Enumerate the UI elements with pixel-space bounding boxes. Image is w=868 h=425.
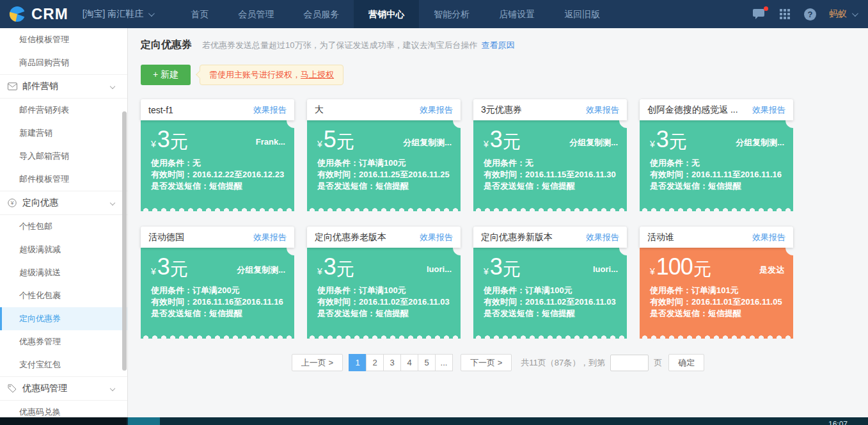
coupon-amount: ¥3元 xyxy=(484,128,521,151)
taskbar-clock[interactable]: 16:07 xyxy=(828,420,848,425)
page-ellipsis[interactable]: ... xyxy=(435,354,453,371)
coupon-card: 定向优惠券老版本 效果报告 ¥3元 luori... 使用条件：订单满100元 … xyxy=(307,227,461,339)
sidebar-item-personal-shipping[interactable]: 个性包邮 xyxy=(0,215,127,238)
page-number-1[interactable]: 1 xyxy=(349,354,367,371)
auth-tooltip: 需使用主账号进行授权，马上授权 xyxy=(200,65,343,85)
coupon-card: 3元优惠券 效果报告 ¥3元 分组复制测... 使用条件：无 有效时间：2016… xyxy=(473,99,627,211)
page-number-5[interactable]: 5 xyxy=(418,354,436,371)
view-reason-link[interactable]: 查看原因 xyxy=(481,40,514,51)
chevron-down-icon xyxy=(110,200,115,205)
sidebar-item-super-discount[interactable]: 超级满就减 xyxy=(0,238,127,261)
report-link[interactable]: 效果报告 xyxy=(586,232,619,243)
sidebar-group-promo-codes[interactable]: 优惠码管理 xyxy=(0,376,127,401)
coupon-tag: 分组复制测... xyxy=(569,137,618,148)
chevron-down-icon xyxy=(148,10,155,17)
help-icon[interactable]: ? xyxy=(804,8,816,20)
main-nav: 首页 会员管理 会员服务 营销中心 智能分析 店铺设置 返回旧版 xyxy=(176,0,615,28)
coupon-details: 使用条件：订单满200元 有效时间：2016.11.16至2016.11.16 … xyxy=(151,285,285,319)
shop-name: [淘宝] 南汇鞋庄 xyxy=(83,8,144,20)
crm-logo[interactable]: CRM xyxy=(0,5,68,23)
sidebar-item-promo-code-redeem[interactable]: 优惠码兑换 xyxy=(0,401,127,417)
page: CRM [淘宝] 南汇鞋庄 首页 会员管理 会员服务 营销中心 智能分析 店铺设… xyxy=(0,0,868,425)
nav-item-marketing-center[interactable]: 营销中心 xyxy=(354,0,419,28)
sidebar-item-email-templates[interactable]: 邮件模板管理 xyxy=(0,168,127,191)
coupon-name: 创阿金德搜的感觉返 ... xyxy=(647,104,738,116)
coupon-tag: 分组复制测... xyxy=(403,137,452,148)
coupon-name: 3元优惠券 xyxy=(481,104,522,116)
prev-page-button[interactable]: 上一页 > xyxy=(292,354,343,371)
svg-text:¥: ¥ xyxy=(10,200,14,206)
report-link[interactable]: 效果报告 xyxy=(752,232,785,243)
authorize-now-link[interactable]: 马上授权 xyxy=(301,70,334,79)
coupon-amount: ¥3元 xyxy=(151,255,188,278)
sidebar-scrollbar[interactable] xyxy=(122,111,127,371)
coupon-amount: ¥3元 xyxy=(151,128,188,151)
apps-grid-icon[interactable] xyxy=(780,9,790,19)
nav-item-shop-settings[interactable]: 店铺设置 xyxy=(484,0,549,28)
report-link[interactable]: 效果报告 xyxy=(586,104,619,116)
nav-item-member-service[interactable]: 会员服务 xyxy=(288,0,354,28)
chevron-down-icon xyxy=(852,10,858,17)
sidebar-group-email-marketing[interactable]: 邮件营销 xyxy=(0,74,127,99)
user-menu[interactable]: 蚂蚁 xyxy=(829,8,856,20)
tag-icon xyxy=(8,384,17,394)
page-number-4[interactable]: 4 xyxy=(400,354,418,371)
main-content: 定向优惠券 若优惠券发送总量超过10万张，为了保证发送成功率，建议去淘宝后台操作… xyxy=(128,28,868,417)
sidebar-item-import-email[interactable]: 导入邮箱营销 xyxy=(0,145,127,168)
report-link[interactable]: 效果报告 xyxy=(253,104,287,116)
sidebar-item-personal-package[interactable]: 个性化包裹 xyxy=(0,284,127,307)
messages-icon[interactable] xyxy=(753,8,766,20)
coupon-details: 使用条件：无 有效时间：2016.11.15至2016.11.30 是否发送短信… xyxy=(484,157,618,192)
pagination: 上一页 > 1 2 3 4 5 ... 下一页 > 共11页（87条），到第 页… xyxy=(141,354,855,371)
sidebar: 短信模板管理 商品回购营销 邮件营销 邮件营销列表 新建营销 导入邮箱营销 邮件… xyxy=(0,28,128,417)
sidebar-item-sms-templates[interactable]: 短信模板管理 xyxy=(0,28,127,51)
page-number-3[interactable]: 3 xyxy=(383,354,401,371)
report-link[interactable]: 效果报告 xyxy=(752,104,785,116)
sidebar-item-email-list[interactable]: 邮件营销列表 xyxy=(0,99,127,122)
coupon-tag: 是发达 xyxy=(759,264,784,276)
jump-page-input[interactable] xyxy=(610,355,649,371)
nav-item-analytics[interactable]: 智能分析 xyxy=(419,0,484,28)
new-coupon-button[interactable]: + 新建 xyxy=(141,65,191,85)
next-page-button[interactable]: 下一页 > xyxy=(461,354,512,371)
coupon-details: 使用条件：订单满100元 有效时间：2016.11.02至2016.11.03 … xyxy=(317,285,452,319)
sidebar-item-targeted-coupons[interactable]: 定向优惠券 xyxy=(0,307,127,330)
coupon-amount: ¥100元 xyxy=(650,255,711,278)
coupon-name: 大 xyxy=(315,104,324,116)
navbar-right: ? 蚂蚁 xyxy=(739,8,868,20)
coupon-coin-icon: ¥ xyxy=(8,198,17,208)
coupon-card: 大 效果报告 ¥5元 分组复制测... 使用条件：订单满100元 有效时间：20… xyxy=(307,99,461,211)
nav-item-members[interactable]: 会员管理 xyxy=(223,0,288,28)
sidebar-item-alipay-redpacket[interactable]: 支付宝红包 xyxy=(0,353,127,376)
coupon-details: 使用条件：无 有效时间：2016.11.11至2016.11.16 是否发送短信… xyxy=(650,157,784,192)
coupon-amount: ¥3元 xyxy=(317,255,354,278)
sidebar-group-targeted-offers[interactable]: ¥ 定向优惠 xyxy=(0,191,127,215)
coupon-details: 使用条件：订单满100元 有效时间：2016.11.02至2016.11.03 … xyxy=(484,285,618,319)
page-suffix: 页 xyxy=(654,357,662,369)
coupon-amount: ¥3元 xyxy=(650,128,687,151)
report-link[interactable]: 效果报告 xyxy=(420,104,453,116)
taskbar-left-segment xyxy=(0,417,127,425)
shop-selector[interactable]: [淘宝] 南汇鞋庄 xyxy=(83,8,154,20)
mail-icon xyxy=(8,82,17,92)
sidebar-item-super-gift[interactable]: 超级满就送 xyxy=(0,261,127,284)
coupon-card: 活动德国 效果报告 ¥3元 分组复制测... 使用条件：订单满200元 有效时间… xyxy=(141,227,294,339)
report-link[interactable]: 效果报告 xyxy=(253,232,287,243)
sidebar-item-repurchase[interactable]: 商品回购营销 xyxy=(0,51,127,74)
taskbar-active-app[interactable] xyxy=(128,417,160,425)
report-link[interactable]: 效果报告 xyxy=(420,232,453,243)
os-taskbar[interactable]: 16:07 xyxy=(0,417,868,425)
user-name: 蚂蚁 xyxy=(829,8,847,20)
sidebar-item-new-campaign[interactable]: 新建营销 xyxy=(0,122,127,145)
chevron-down-icon xyxy=(110,386,115,391)
coupon-card: 创阿金德搜的感觉返 ... 效果报告 ¥3元 分组复制测... 使用条件：无 有… xyxy=(640,99,793,211)
confirm-jump-button[interactable]: 确定 xyxy=(668,354,704,371)
coupon-card: 定向优惠券新版本 效果报告 ¥3元 luori... 使用条件：订单满100元 … xyxy=(473,227,627,339)
nav-item-home[interactable]: 首页 xyxy=(176,0,223,28)
coupon-card: 活动谁 效果报告 ¥100元 是发达 使用条件：订单满101元 有效时间：201… xyxy=(640,227,793,339)
page-number-2[interactable]: 2 xyxy=(366,354,384,371)
nav-item-old-version[interactable]: 返回旧版 xyxy=(549,0,615,28)
sidebar-item-coupon-management[interactable]: 优惠券管理 xyxy=(0,330,127,353)
coupon-name: 活动谁 xyxy=(647,232,674,243)
auth-tip-text: 需使用主账号进行授权， xyxy=(209,70,301,79)
